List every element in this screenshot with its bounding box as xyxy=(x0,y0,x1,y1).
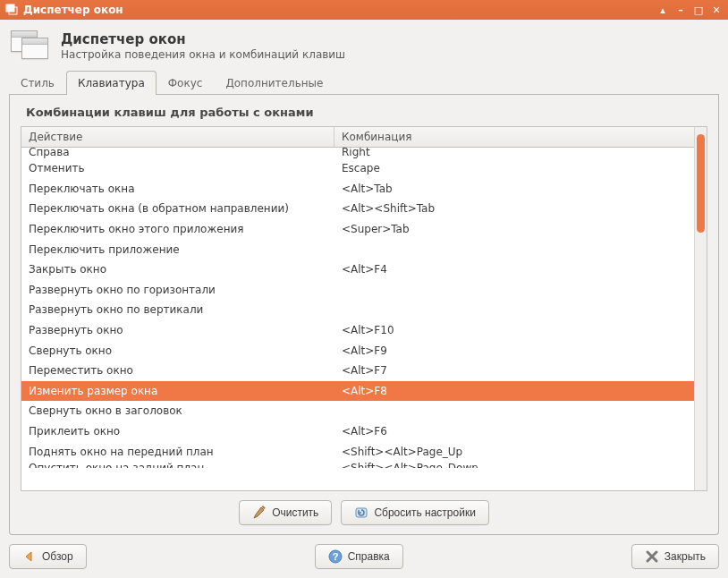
tab-keyboard[interactable]: Клавиатура xyxy=(66,71,157,95)
table-row[interactable]: Поднять окно на передний план<Shift><Alt… xyxy=(21,441,694,462)
minimize-button[interactable]: – xyxy=(674,4,687,16)
cell-action: Переключить приложение xyxy=(21,243,334,256)
cell-action: Закрыть окно xyxy=(21,263,334,276)
page-subtitle: Настройка поведения окна и комбинаций кл… xyxy=(61,48,345,61)
table-header: Действие Комбинация xyxy=(21,127,694,148)
cell-combo: Right xyxy=(334,148,694,158)
cell-action: Свернуть окно xyxy=(21,344,334,357)
window-titlebar: Диспетчер окон ▴ – □ ✕ xyxy=(0,0,728,20)
table-row[interactable]: Изменить размер окна<Alt>F8 xyxy=(21,381,694,402)
cell-combo: <Alt>F10 xyxy=(334,324,694,336)
table-row[interactable]: Развернуть окно по горизонтали xyxy=(21,280,694,301)
svg-text:?: ? xyxy=(332,551,338,562)
cell-action: Отменить xyxy=(21,162,334,174)
cell-action: Справа xyxy=(21,148,334,158)
shortcuts-table: Действие Комбинация СправаRightОтменитьE… xyxy=(21,126,707,491)
close-dialog-button-label: Закрыть xyxy=(665,550,706,563)
cell-action: Развернуть окно xyxy=(21,324,334,336)
section-title: Комбинации клавиш для работы с окнами xyxy=(26,106,707,119)
column-combo[interactable]: Комбинация xyxy=(334,127,694,147)
cell-action: Свернуть окно в заголовок xyxy=(21,404,334,417)
vertical-scrollbar[interactable] xyxy=(694,127,707,490)
back-arrow-icon xyxy=(22,549,37,564)
rollup-button[interactable]: ▴ xyxy=(656,4,669,16)
cell-combo: <Shift><Alt>Page_Up xyxy=(334,446,694,458)
cell-combo: <Shift><Alt>Page_Down xyxy=(334,462,694,468)
maximize-button[interactable]: □ xyxy=(692,4,705,16)
overview-button[interactable]: Обзор xyxy=(9,544,87,569)
cell-action: Переместить окно xyxy=(21,364,334,377)
clear-button-label: Очистить xyxy=(272,506,318,519)
reset-icon xyxy=(354,506,368,520)
window-controls: ▴ – □ ✕ xyxy=(656,4,723,16)
cell-action: Поднять окно на передний план xyxy=(21,446,334,458)
cell-combo: Escape xyxy=(334,162,694,174)
page-header: Диспетчер окон Настройка поведения окна … xyxy=(9,27,719,70)
close-dialog-button[interactable]: Закрыть xyxy=(631,544,719,569)
help-button-label: Справка xyxy=(348,550,390,563)
cell-combo: <Alt>F9 xyxy=(334,344,694,357)
table-row[interactable]: СправаRight xyxy=(21,148,694,158)
tabs: Стиль Клавиатура Фокус Дополнительные xyxy=(9,70,719,95)
table-row[interactable]: Переключать окна<Alt>Tab xyxy=(21,179,694,200)
table-row[interactable]: Переключать окна (в обратном направлении… xyxy=(21,199,694,219)
scrollbar-thumb[interactable] xyxy=(697,134,705,233)
cell-combo: <Alt>F6 xyxy=(334,425,694,438)
table-row[interactable]: Закрыть окно<Alt>F4 xyxy=(21,259,694,280)
cell-combo: <Alt>F7 xyxy=(334,364,694,377)
cell-combo: <Alt>F4 xyxy=(334,263,694,276)
tab-style[interactable]: Стиль xyxy=(9,71,66,95)
page-title: Диспетчер окон xyxy=(61,31,345,47)
cell-action: Переключать окна xyxy=(21,183,334,195)
table-row[interactable]: Опустить окно на задний план<Shift><Alt>… xyxy=(21,462,694,468)
table-row[interactable]: ОтменитьEscape xyxy=(21,158,694,179)
cell-action: Развернуть окно по вертикали xyxy=(21,303,334,316)
cell-action: Развернуть окно по горизонтали xyxy=(21,284,334,296)
table-row[interactable]: Свернуть окно в заголовок xyxy=(21,401,694,421)
reset-button[interactable]: Сбросить настройки xyxy=(341,500,488,525)
help-button[interactable]: ? Справка xyxy=(315,544,403,569)
close-icon xyxy=(645,549,659,564)
column-action[interactable]: Действие xyxy=(21,127,334,147)
overview-button-label: Обзор xyxy=(42,550,73,563)
table-row[interactable]: Развернуть окно по вертикали xyxy=(21,300,694,320)
cell-action: Опустить окно на задний план xyxy=(21,462,334,468)
table-row[interactable]: Приклеить окно<Alt>F6 xyxy=(21,421,694,442)
table-row[interactable]: Переместить окно<Alt>F7 xyxy=(21,361,694,381)
cell-combo: <Alt>Tab xyxy=(334,183,694,195)
reset-button-label: Сбросить настройки xyxy=(374,506,475,519)
app-icon xyxy=(5,4,18,16)
cell-action: Переключать окна (в обратном направлении… xyxy=(21,202,334,215)
table-row[interactable]: Свернуть окно<Alt>F9 xyxy=(21,340,694,361)
header-icon xyxy=(11,30,50,61)
cell-combo: <Alt><Shift>Tab xyxy=(334,202,694,215)
tab-content: Комбинации клавиш для работы с окнами Де… xyxy=(9,95,719,535)
cell-action: Переключить окно этого приложения xyxy=(21,223,334,235)
tab-advanced[interactable]: Дополнительные xyxy=(214,71,334,95)
table-row[interactable]: Развернуть окно<Alt>F10 xyxy=(21,320,694,341)
help-icon: ? xyxy=(328,549,343,564)
window-title: Диспетчер окон xyxy=(23,4,656,16)
table-row[interactable]: Переключить приложение xyxy=(21,239,694,259)
cell-action: Приклеить окно xyxy=(21,425,334,438)
clear-button[interactable]: Очистить xyxy=(239,500,332,525)
broom-icon xyxy=(252,506,267,520)
tab-focus[interactable]: Фокус xyxy=(157,71,215,95)
cell-action: Изменить размер окна xyxy=(21,385,334,397)
cell-combo: <Alt>F8 xyxy=(334,385,694,397)
close-button[interactable]: ✕ xyxy=(710,4,723,16)
cell-combo: <Super>Tab xyxy=(334,223,694,235)
svg-rect-2 xyxy=(6,4,14,6)
table-row[interactable]: Переключить окно этого приложения<Super>… xyxy=(21,219,694,240)
